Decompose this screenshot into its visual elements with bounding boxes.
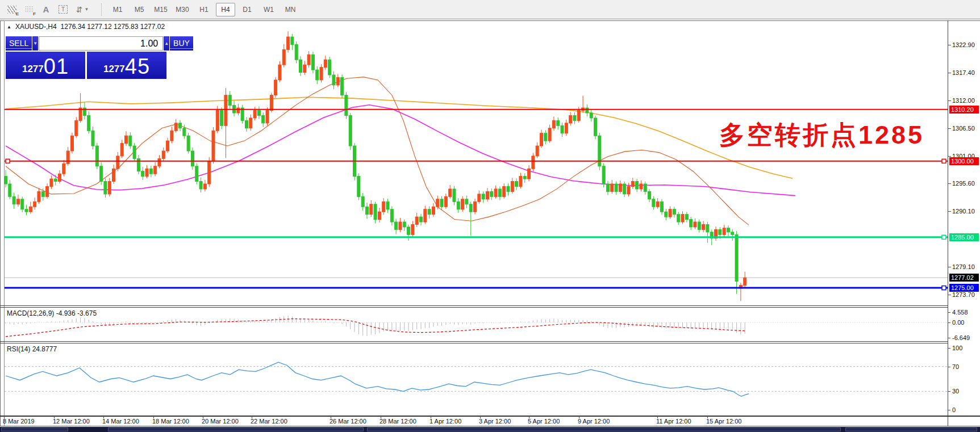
date-axis-tick xyxy=(381,416,381,418)
ma-mid-magenta xyxy=(6,105,795,196)
macd-axis-label: -6.649 xyxy=(952,334,970,341)
date-axis-label: 26 Mar 12:00 xyxy=(330,418,366,425)
symbol-period-label: XAUUSD-,H4 xyxy=(15,23,57,31)
rsi-axis-tick xyxy=(948,391,950,392)
date-axis-tick xyxy=(657,416,658,418)
bid-price-prefix: 1277 xyxy=(22,61,44,78)
date-axis-tick xyxy=(103,416,104,418)
rsi-axis-tick xyxy=(948,367,950,367)
date-axis-label: 12 Mar 12:00 xyxy=(53,418,90,425)
date-axis-label: 18 Mar 12:00 xyxy=(152,418,189,425)
macd-axis-tick xyxy=(948,312,950,313)
price-axis-label: 1312.00 xyxy=(952,97,975,104)
bid-price-pips: 01 xyxy=(44,55,69,78)
date-axis-tick xyxy=(203,416,203,418)
macd-axis-label: 0.00 xyxy=(952,319,964,326)
date-axis-label: 5 Apr 12:00 xyxy=(528,418,560,425)
date-axis-tick xyxy=(579,416,579,418)
rsi-label: RSI(14) 24.8777 xyxy=(7,345,57,353)
taskbar-segment-1[interactable] xyxy=(108,427,364,431)
date-axis-tick xyxy=(707,416,708,418)
price-badge-1285.00: 1285.00 xyxy=(949,233,979,241)
rsi-axis-label: 0 xyxy=(952,406,956,413)
symbol-header: ▲ XAUUSD-,H4 1276.34 1277.12 1275.83 127… xyxy=(7,23,165,31)
sell-button[interactable]: SELL xyxy=(6,36,32,51)
price-axis-tick xyxy=(948,295,951,295)
date-axis-tick xyxy=(252,416,252,418)
price-axis-tick xyxy=(948,73,951,73)
date-axis-tick xyxy=(529,416,529,418)
annotation-text: 多空转折点1285 xyxy=(719,118,924,152)
taskbar-segment-0[interactable] xyxy=(1,427,68,431)
rsi-axis-tick xyxy=(948,348,950,349)
one-click-trade-panel: SELL ▼ ▲ BUY 1277 01 1277 45 xyxy=(6,36,166,79)
macd-axis-label: 4.558 xyxy=(952,309,968,316)
price-axis-label: 1322.90 xyxy=(952,41,975,48)
price-axis-label: 1290.10 xyxy=(952,208,975,215)
volume-input[interactable] xyxy=(39,36,163,51)
date-axis-tick xyxy=(431,416,431,418)
sell-button-label: SELL xyxy=(6,39,32,49)
mt4-terminal: E F A T ⇵▼ M1M5M15M30H1H4D1W1MN ▲ XAUUSD… xyxy=(0,0,980,432)
price-badge-1277.02: 1277.02 xyxy=(949,274,979,282)
date-axis-label: 3 Apr 12:00 xyxy=(479,418,511,425)
price-axis-tick xyxy=(948,183,951,184)
price-axis-tick xyxy=(948,45,951,45)
ask-price-prefix: 1277 xyxy=(103,61,125,78)
date-axis-label: 11 Apr 12:00 xyxy=(656,418,691,425)
macd-axis-tick xyxy=(948,338,950,338)
price-axis-label: 1317.40 xyxy=(952,69,975,76)
date-axis-tick xyxy=(480,416,481,418)
date-axis-label: 22 Mar 12:00 xyxy=(251,418,287,425)
bid-price-box[interactable]: 1277 01 xyxy=(6,52,85,79)
ask-price-box[interactable]: 1277 45 xyxy=(87,52,166,79)
date-axis-tick xyxy=(331,416,331,418)
macd-axis-tick xyxy=(948,322,950,323)
buy-button-label: BUY xyxy=(170,39,193,49)
date-axis-tick xyxy=(54,416,55,418)
price-badge-1310.20: 1310.20 xyxy=(949,106,979,114)
price-axis-label: 1295.60 xyxy=(952,180,975,187)
quote-ohlc-values: 1276.34 1277.12 1275.83 1277.02 xyxy=(61,23,165,31)
price-axis-tick xyxy=(948,156,951,157)
price-axis-label: 1306.50 xyxy=(952,125,975,132)
date-axis-label: 9 Apr 12:00 xyxy=(578,418,610,425)
price-badge-1300.00: 1300.00 xyxy=(949,157,979,165)
price-axis-tick xyxy=(948,128,951,129)
date-axis-tick xyxy=(153,416,154,418)
rsi-axis-label: 70 xyxy=(952,363,959,370)
price-axis-tick xyxy=(948,211,951,212)
rsi-axis-label: 100 xyxy=(952,345,962,351)
taskbar xyxy=(0,427,980,432)
date-axis-label: 14 Mar 12:00 xyxy=(102,418,139,425)
volume-increase-button[interactable]: ▲ xyxy=(164,36,169,51)
taskbar-segment-3[interactable] xyxy=(845,427,977,431)
price-axis-label: 1273.70 xyxy=(952,291,975,298)
date-axis-label: 20 Mar 12:00 xyxy=(202,418,239,425)
rsi-axis-tick xyxy=(948,410,950,410)
date-axis-label: 28 Mar 12:00 xyxy=(380,418,416,425)
date-axis-label: 1 Apr 12:00 xyxy=(429,418,461,425)
ask-price-pips: 45 xyxy=(125,55,150,78)
volume-decrease-button[interactable]: ▼ xyxy=(32,36,38,51)
date-axis-label: 8 Mar 2019 xyxy=(3,418,35,425)
macd-label: MACD(12,26,9) -4.936 -3.675 xyxy=(7,309,97,317)
rsi-axis-label: 30 xyxy=(952,388,959,395)
price-axis-tick xyxy=(948,100,951,101)
price-axis-label: 1279.10 xyxy=(952,263,975,270)
date-axis-tick xyxy=(4,416,5,418)
buy-button[interactable]: BUY xyxy=(170,36,193,51)
taskbar-segment-2[interactable] xyxy=(367,427,841,431)
collapse-arrow-icon[interactable]: ▲ xyxy=(7,24,11,30)
price-badge-1275.00: 1275.00 xyxy=(949,284,979,292)
price-axis-tick xyxy=(948,267,951,267)
date-axis-label: 15 Apr 12:00 xyxy=(706,418,741,425)
